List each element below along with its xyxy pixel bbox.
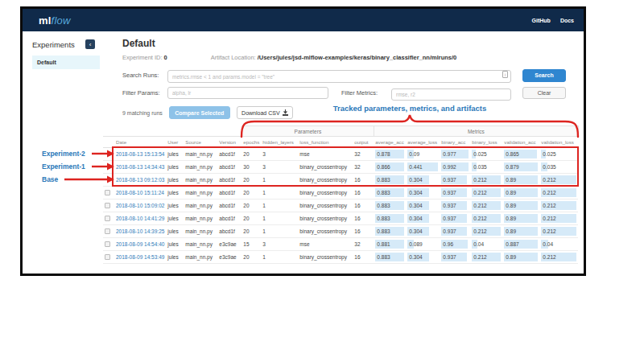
run-version: abcd1f	[217, 200, 242, 212]
group-header-metrics: Metrics	[374, 126, 578, 137]
download-icon	[283, 109, 288, 116]
run-checkbox[interactable]	[105, 228, 110, 234]
metric-cell: 0.883	[374, 225, 406, 238]
metric-cell: 0.04	[470, 238, 502, 251]
metric-cell: 0.89	[502, 187, 539, 200]
column-header-binary-acc[interactable]: binary_acc	[440, 137, 470, 148]
column-header-hidden-layers[interactable]: hidden_layers	[261, 137, 298, 148]
run-user: jules	[166, 148, 184, 161]
mlflow-logo[interactable]: mlflow	[39, 14, 71, 27]
column-header-binary-loss[interactable]: binary_loss	[470, 137, 502, 148]
filter-params-input[interactable]	[167, 87, 328, 99]
metric-cell: 0.212	[539, 174, 578, 187]
download-csv-button[interactable]: Download CSV	[237, 106, 293, 119]
query-syntax-help-icon[interactable]: i	[502, 71, 508, 78]
run-checkbox-cell	[103, 225, 114, 238]
metric-cell: 0.89	[502, 200, 539, 212]
search-runs-label: Search Runs:	[122, 72, 167, 79]
metric-cell: 0.035	[539, 161, 578, 174]
annotation-label-base: Base	[42, 175, 106, 183]
param-epochs: 20	[242, 148, 261, 161]
run-date-link[interactable]: 2018-08-09 14:53:49	[116, 254, 164, 260]
run-checkbox[interactable]	[105, 216, 110, 221]
metric-cell: 0.304	[406, 174, 440, 187]
run-source: main_nn.py	[184, 200, 217, 212]
run-date-link[interactable]: 2018-08-13 15:13:54	[116, 151, 164, 157]
run-date-link[interactable]: 2018-08-10 14:41:29	[116, 216, 164, 221]
nav-link-github[interactable]: GitHub	[532, 18, 551, 23]
clear-button[interactable]: Clear	[522, 87, 566, 99]
metric-cell: 0.089	[406, 238, 440, 251]
column-header-source[interactable]: Source	[184, 137, 217, 148]
param-loss-function: binary_crossentropy	[298, 174, 353, 187]
table-row: 2018-08-10 14:41:29julesmain_nn.pyabcd1f…	[103, 212, 578, 225]
column-header-average-acc[interactable]: average_acc	[374, 137, 406, 148]
param-output: 16	[353, 212, 374, 225]
run-date-link[interactable]: 2018-08-10 15:11:24	[116, 190, 164, 195]
table-row: 2018-08-09 14:54:40julesmain_nn.pye3c9ae…	[103, 238, 578, 251]
column-header-output[interactable]: output	[353, 137, 374, 148]
metric-cell: 0.025	[470, 148, 502, 161]
param-hidden-layers: 1	[261, 187, 298, 200]
metric-cell: 0.883	[374, 200, 406, 212]
run-checkbox[interactable]	[105, 190, 110, 195]
run-date-link[interactable]: 2018-08-10 15:09:02	[116, 203, 164, 208]
column-header-validation-loss[interactable]: validation_loss	[539, 137, 578, 148]
param-output: 16	[353, 200, 374, 212]
filter-metrics-wrap	[391, 85, 511, 101]
param-epochs: 15	[242, 238, 261, 251]
param-epochs: 20	[242, 174, 261, 187]
metric-cell: 0.304	[406, 200, 440, 212]
param-hidden-layers: 1	[261, 251, 298, 264]
runs-table: ParametersMetricsDateUserSourceVersionep…	[103, 125, 579, 264]
run-checkbox[interactable]	[105, 203, 110, 208]
search-input-wrap: i	[167, 68, 511, 84]
metric-cell: 0.887	[502, 238, 539, 251]
metric-cell: 0.89	[502, 251, 539, 264]
column-header-version[interactable]: Version	[217, 137, 242, 148]
column-header-date[interactable]: Date	[114, 137, 166, 148]
run-user: jules	[166, 187, 184, 200]
column-header-user[interactable]: User	[166, 137, 184, 148]
column-header-validation-acc[interactable]: validation_acc	[502, 137, 539, 148]
param-loss-function: binary_crossentropy	[298, 200, 353, 212]
column-header-loss-function[interactable]: loss_function	[298, 137, 353, 148]
column-header-epochs[interactable]: epochs	[242, 137, 261, 148]
param-loss-function: binary_crossentropy	[298, 225, 353, 238]
metric-cell: 0.212	[470, 225, 502, 238]
nav-link-docs[interactable]: Docs	[560, 18, 574, 23]
sidebar-collapse-button[interactable]: ‹	[85, 39, 95, 49]
run-date-link[interactable]: 2018-08-09 14:54:40	[116, 241, 164, 247]
compare-selected-button[interactable]: Compare Selected	[169, 106, 230, 119]
metric-cell: 0.881	[374, 238, 406, 251]
run-checkbox-cell	[103, 187, 114, 200]
column-header-average-loss[interactable]: average_loss	[406, 137, 440, 148]
top-navbar: mlflow GitHub Docs	[23, 9, 584, 31]
metric-cell: 0.212	[539, 200, 578, 212]
run-date-link[interactable]: 2018-08-13 09:12:03	[116, 177, 164, 183]
run-source: main_nn.py	[184, 174, 217, 187]
run-user: jules	[166, 251, 184, 264]
run-version: e3c9ae	[217, 238, 242, 251]
run-checkbox[interactable]	[105, 254, 110, 260]
run-checkbox[interactable]	[105, 241, 110, 247]
metric-cell: 0.937	[440, 212, 470, 225]
metric-cell: 0.212	[539, 187, 578, 200]
search-button[interactable]: Search	[522, 69, 566, 82]
filter-row: Filter Params: Filter Metrics: Clear	[122, 87, 566, 99]
sidebar-title: Experiments	[32, 40, 75, 49]
run-date-link[interactable]: 2018-08-13 14:34:43	[116, 164, 164, 170]
run-date-link[interactable]: 2018-08-10 14:39:25	[116, 228, 164, 234]
run-version: abcd1f	[217, 174, 242, 187]
sidebar-item-default[interactable]: Default	[32, 56, 100, 69]
table-row: 2018-08-10 15:09:02julesmain_nn.pyabcd1f…	[103, 200, 578, 212]
run-source: main_nn.py	[184, 212, 217, 225]
metric-cell: 0.212	[470, 212, 502, 225]
app-body: Experiments ‹ Default Default Experiment…	[23, 31, 584, 274]
artifact-location-label: Artifact Location:	[211, 54, 256, 61]
annotation-label-experiment-2: Experiment-2	[42, 150, 106, 158]
filter-metrics-input[interactable]	[391, 88, 511, 101]
search-runs-input[interactable]	[167, 70, 511, 83]
logo-flow: flow	[52, 14, 71, 27]
metric-cell: 0.977	[440, 148, 470, 161]
